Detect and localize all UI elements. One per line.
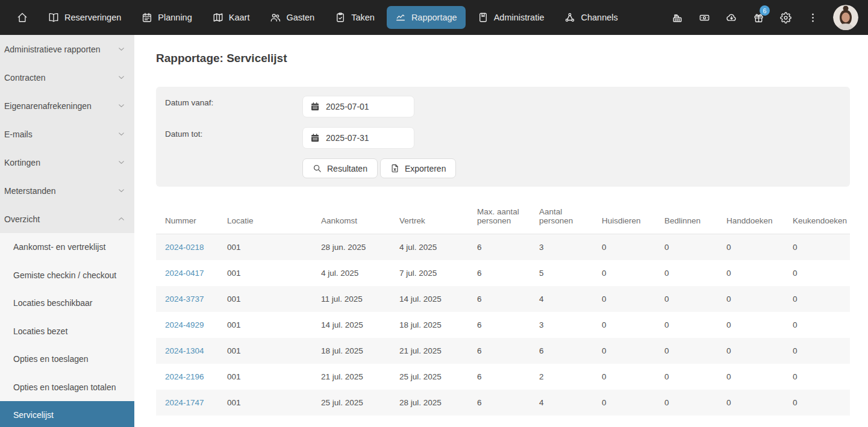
- sidebar-section-label: Contracten: [4, 73, 45, 83]
- date-to-label: Datum tot:: [165, 127, 302, 139]
- cloud-download-button[interactable]: [721, 7, 742, 28]
- nav-item-gasten[interactable]: Gasten: [261, 6, 323, 29]
- table-cell: 0: [602, 390, 664, 416]
- sidebar-item-servicelijst[interactable]: Servicelijst: [0, 401, 134, 427]
- gift-button[interactable]: 6: [748, 7, 769, 28]
- sidebar-section-eigenarenafrekeningen[interactable]: Eigenarenafrekeningen: [0, 92, 134, 120]
- filter-panel: Datum vanaf: 2025-07-01 Datum tot: 2025-…: [156, 87, 850, 187]
- settings-button[interactable]: [775, 7, 796, 28]
- table-cell: 4: [539, 286, 602, 312]
- cash-register-button[interactable]: [667, 7, 687, 28]
- table-cell: 001: [227, 390, 321, 416]
- results-button[interactable]: Resultaten: [302, 158, 378, 178]
- sidebar-item-locaties-beschikbaar[interactable]: Locaties beschikbaar: [0, 289, 134, 317]
- nav-item-home[interactable]: [8, 6, 36, 29]
- chevron-down-icon: [117, 45, 126, 54]
- table-body: 2024-021800128 jun. 20254 jul. 202563000…: [156, 234, 850, 416]
- table-cell: 6: [477, 260, 539, 286]
- table-cell: 25 jul. 2025: [399, 364, 477, 390]
- sidebar-item-label: Opties en toeslagen totalen: [13, 382, 116, 392]
- cloud-download-icon: [726, 12, 737, 23]
- table-cell: 0: [602, 234, 664, 260]
- sidebar-item-opties-en-toeslagen-totalen[interactable]: Opties en toeslagen totalen: [0, 373, 134, 402]
- nav-item-channels[interactable]: Channels: [556, 6, 626, 29]
- table-row: 2024-174700125 jul. 202528 jul. 20256400…: [156, 390, 850, 416]
- top-navbar: ReserveringenPlanningKaartGastenTakenRap…: [0, 0, 868, 35]
- nav-item-label: Channels: [581, 13, 617, 22]
- nav-item-label: Reserveringen: [64, 13, 121, 22]
- date-from-input[interactable]: 2025-07-01: [302, 96, 414, 117]
- table-cell: 0: [602, 312, 664, 338]
- table-cell: 4 jul. 2025: [321, 260, 399, 286]
- table-cell: 0: [664, 312, 726, 338]
- column-header: Nummer: [156, 207, 227, 234]
- chevron-down-icon: [117, 129, 126, 139]
- sidebar-section-administratieve-rapporten[interactable]: Administratieve rapporten: [0, 35, 134, 63]
- table-cell: 28 jun. 2025: [321, 234, 399, 260]
- table-cell: 2: [539, 364, 602, 390]
- export-button-label: Exporteren: [405, 164, 446, 173]
- table-cell: 0: [726, 260, 793, 286]
- table-cell: 6: [477, 234, 539, 260]
- table-cell: 0: [664, 260, 726, 286]
- navbar-right: 6: [667, 5, 858, 30]
- sidebar-section-kortingen[interactable]: Kortingen: [0, 148, 134, 176]
- chevron-down-icon: [117, 186, 126, 195]
- reservation-number-link[interactable]: 2024-3737: [165, 295, 204, 304]
- column-header: Vertrek: [399, 207, 477, 234]
- nav-item-planning[interactable]: Planning: [133, 6, 200, 29]
- table-cell: 001: [227, 338, 321, 364]
- reservation-number-link[interactable]: 2024-1304: [165, 346, 204, 355]
- sidebar-section-overzicht[interactable]: Overzicht: [0, 205, 134, 233]
- banknote-icon: [699, 12, 710, 23]
- calendar-icon: [142, 12, 152, 23]
- table-cell: 21 jul. 2025: [321, 364, 399, 390]
- table-cell: 0: [793, 312, 850, 338]
- file-export-icon: [390, 164, 399, 173]
- table-cell: 3: [539, 234, 602, 260]
- date-to-input[interactable]: 2025-07-31: [302, 127, 414, 149]
- sidebar-item-aankomst-en-vertreklijst[interactable]: Aankomst- en vertreklijst: [0, 233, 134, 261]
- main-content: Rapportage: Servicelijst Datum vanaf: 20…: [134, 35, 868, 427]
- sidebar-item-gemiste-checkin-checkout[interactable]: Gemiste checkin / checkout: [0, 261, 134, 290]
- nav-item-administratie[interactable]: Administratie: [469, 6, 553, 29]
- date-from-row: Datum vanaf: 2025-07-01: [165, 96, 841, 117]
- reservation-number-link[interactable]: 2024-4929: [165, 320, 204, 329]
- table-cell: 0: [602, 260, 664, 286]
- sidebar-section-e-mails[interactable]: E-mails: [0, 120, 134, 148]
- sidebar-item-label: Locaties beschikbaar: [13, 298, 93, 308]
- sidebar-section-label: Meterstanden: [4, 186, 56, 196]
- table-cell: 0: [726, 338, 793, 364]
- more-menu-button[interactable]: [802, 7, 823, 28]
- chevron-down-icon: [117, 101, 126, 110]
- sidebar-section-meterstanden[interactable]: Meterstanden: [0, 176, 134, 205]
- table-cell: 001: [227, 312, 321, 338]
- date-to-value: 2025-07-31: [326, 133, 369, 143]
- ledger-icon: [478, 12, 489, 23]
- filter-buttons: Resultaten Exporteren: [302, 158, 841, 178]
- sidebar-item-locaties-bezet[interactable]: Locaties bezet: [0, 317, 134, 346]
- sidebar-item-opties-en-toeslagen[interactable]: Opties en toeslagen: [0, 345, 134, 373]
- export-button[interactable]: Exporteren: [380, 158, 456, 178]
- reservation-number-link[interactable]: 2024-2196: [165, 372, 204, 381]
- table-cell: 0: [793, 364, 850, 390]
- table-cell: 4 jul. 2025: [399, 234, 477, 260]
- user-avatar[interactable]: [833, 5, 858, 30]
- sidebar-section-contracten[interactable]: Contracten: [0, 63, 134, 92]
- banknote-button[interactable]: [694, 7, 714, 28]
- table-cell: 001: [227, 234, 321, 260]
- nav-item-rapportage[interactable]: Rapportage: [387, 6, 466, 29]
- nav-item-taken[interactable]: Taken: [326, 6, 383, 29]
- table-cell: 5: [539, 260, 602, 286]
- nav-item-kaart[interactable]: Kaart: [204, 6, 258, 29]
- table-cell: 0: [664, 364, 726, 390]
- sidebar-section-label: Administratieve rapporten: [4, 45, 101, 54]
- reservation-number-link[interactable]: 2024-0417: [165, 269, 204, 278]
- table-cell: 0: [793, 260, 850, 286]
- reservation-number-link[interactable]: 2024-0218: [165, 243, 204, 252]
- reservation-number-link[interactable]: 2024-1747: [165, 398, 204, 407]
- table-cell: 2024-0417: [156, 260, 227, 286]
- nav-item-reserveringen[interactable]: Reserveringen: [40, 6, 130, 29]
- map-icon: [213, 12, 223, 23]
- table-cell: 0: [726, 364, 793, 390]
